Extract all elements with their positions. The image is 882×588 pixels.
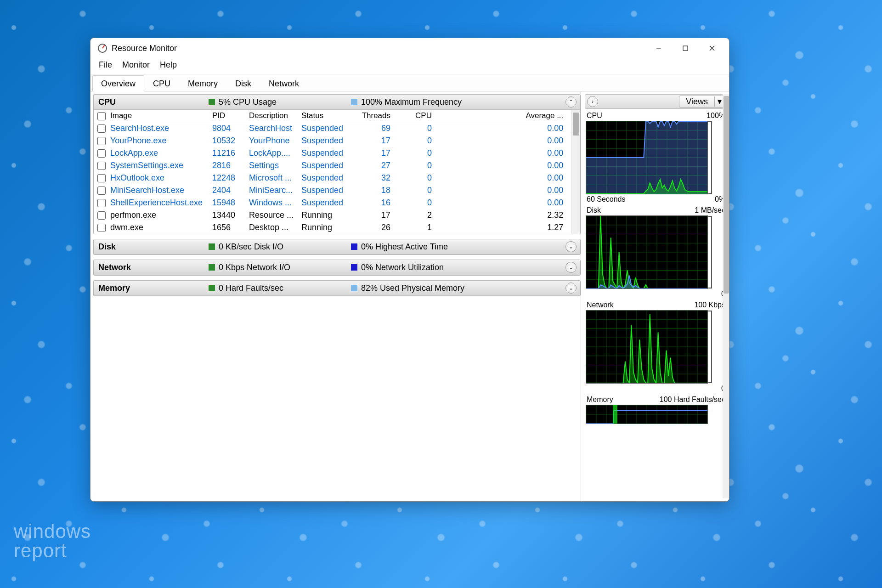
expand-button[interactable]: ⌄	[565, 262, 577, 273]
swatch-icon	[209, 99, 215, 105]
chart-canvas	[586, 405, 708, 424]
menu-help[interactable]: Help	[160, 60, 177, 70]
network-util-label: 0% Network Utilization	[361, 263, 444, 272]
left-pane: CPU 5% CPU Usage 100% Maximum Frequency …	[90, 91, 581, 501]
chart-title: Memory	[587, 396, 613, 404]
row-checkbox[interactable]	[97, 174, 106, 182]
section-cpu-header[interactable]: CPU 5% CPU Usage 100% Maximum Frequency …	[94, 95, 580, 110]
row-checkbox[interactable]	[97, 162, 106, 170]
menubar: File Monitor Help	[90, 58, 729, 74]
right-pane-scrollbar[interactable]	[723, 94, 729, 498]
memory-used-label: 82% Used Physical Memory	[361, 283, 464, 293]
col-threads[interactable]: Threads	[348, 110, 399, 122]
cell-threads: 27	[348, 159, 399, 172]
table-row[interactable]: dwm.exe1656Desktop ...Running2611.27	[94, 221, 571, 234]
table-row[interactable]: perfmon.exe13440Resource ...Running1722.…	[94, 209, 571, 221]
select-all-checkbox[interactable]	[97, 112, 106, 120]
cell-cpu: 0	[399, 122, 440, 135]
cell-description: YourPhone	[245, 135, 298, 147]
table-header-row[interactable]: Image PID Description Status Threads CPU…	[94, 110, 571, 122]
expand-button[interactable]: ⌄	[565, 283, 577, 294]
cell-pid: 11216	[209, 147, 245, 159]
table-row[interactable]: SystemSettings.exe2816SettingsSuspended2…	[94, 159, 571, 172]
right-toolbar: › Views ▾	[585, 94, 727, 109]
cell-pid: 9804	[209, 122, 245, 135]
col-status[interactable]: Status	[298, 110, 348, 122]
memory-faults-label: 0 Hard Faults/sec	[219, 283, 283, 293]
row-checkbox[interactable]	[97, 149, 106, 158]
tab-network[interactable]: Network	[260, 75, 308, 91]
chart-title: CPU	[587, 112, 602, 120]
menu-monitor[interactable]: Monitor	[122, 60, 150, 70]
table-row[interactable]: MiniSearchHost.exe2404MiniSearc...Suspen…	[94, 184, 571, 197]
collapse-button[interactable]: ⌃	[565, 96, 577, 107]
chart-x-label: 60 Seconds	[587, 195, 626, 204]
cell-cpu: 2	[399, 209, 440, 221]
chart-title: Disk	[587, 206, 601, 215]
table-row[interactable]: YourPhone.exe10532YourPhoneSuspended1700…	[94, 135, 571, 147]
swatch-icon	[351, 285, 357, 291]
tab-cpu[interactable]: CPU	[144, 75, 179, 91]
cell-status: Suspended	[298, 159, 348, 172]
chart-y-max: 100 Kbps	[694, 301, 725, 309]
titlebar[interactable]: Resource Monitor	[90, 38, 729, 58]
cell-status: Running	[298, 221, 348, 234]
col-image[interactable]: Image	[107, 110, 209, 122]
cell-average: 0.00	[440, 159, 571, 172]
tab-disk[interactable]: Disk	[226, 75, 260, 91]
tab-memory[interactable]: Memory	[179, 75, 226, 91]
scrollbar-thumb[interactable]	[724, 96, 729, 294]
minimize-button[interactable]	[645, 39, 672, 57]
cell-description: SearchHost	[245, 122, 298, 135]
swatch-icon	[209, 264, 215, 271]
cell-status: Suspended	[298, 122, 348, 135]
menu-file[interactable]: File	[99, 60, 112, 70]
cell-description: Desktop ...	[245, 221, 298, 234]
col-description[interactable]: Description	[245, 110, 298, 122]
window-title: Resource Monitor	[112, 44, 177, 53]
tab-strip: Overview CPU Memory Disk Network	[90, 74, 729, 91]
row-checkbox[interactable]	[97, 187, 106, 195]
col-average[interactable]: Average ...	[440, 110, 571, 122]
chart-y-max: 100 Hard Faults/sec	[660, 396, 725, 404]
cell-cpu: 1	[399, 221, 440, 234]
close-button[interactable]	[699, 39, 725, 57]
cell-pid: 2404	[209, 184, 245, 197]
network-io-label: 0 Kbps Network I/O	[219, 263, 290, 272]
cell-cpu: 0	[399, 135, 440, 147]
col-cpu[interactable]: CPU	[399, 110, 440, 122]
scrollbar-thumb[interactable]	[573, 113, 579, 136]
cell-threads: 17	[348, 147, 399, 159]
expand-button[interactable]: ⌄	[565, 241, 577, 252]
row-checkbox[interactable]	[97, 199, 106, 207]
chevron-up-icon: ⌃	[569, 99, 573, 105]
tab-overview[interactable]: Overview	[92, 75, 144, 91]
cell-status: Suspended	[298, 197, 348, 209]
row-checkbox[interactable]	[97, 211, 106, 220]
swatch-icon	[351, 243, 357, 250]
chart-cpu: CPU100% 60 Seconds0%	[585, 112, 727, 204]
table-row[interactable]: HxOutlook.exe12248Microsoft ...Suspended…	[94, 172, 571, 184]
row-checkbox[interactable]	[97, 137, 106, 145]
chart-title: Network	[587, 301, 614, 309]
swatch-icon	[209, 285, 215, 291]
row-checkbox[interactable]	[97, 124, 106, 133]
table-row[interactable]: ShellExperienceHost.exe15948Windows ...S…	[94, 197, 571, 209]
section-disk-header[interactable]: Disk 0 KB/sec Disk I/O 0% Highest Active…	[94, 239, 580, 254]
views-button[interactable]: Views ▾	[679, 96, 725, 107]
app-icon	[98, 44, 107, 53]
col-pid[interactable]: PID	[209, 110, 245, 122]
table-row[interactable]: SearchHost.exe9804SearchHostSuspended690…	[94, 122, 571, 135]
section-memory-header[interactable]: Memory 0 Hard Faults/sec 82% Used Physic…	[94, 281, 580, 296]
cell-threads: 69	[348, 122, 399, 135]
disk-active-label: 0% Highest Active Time	[361, 242, 448, 252]
cell-description: Resource ...	[245, 209, 298, 221]
table-scrollbar[interactable]	[571, 110, 580, 234]
table-row[interactable]: LockApp.exe11216LockApp....Suspended1700…	[94, 147, 571, 159]
chart-memory: Memory100 Hard Faults/sec	[585, 396, 727, 424]
cell-threads: 16	[348, 197, 399, 209]
section-network-header[interactable]: Network 0 Kbps Network I/O 0% Network Ut…	[94, 260, 580, 275]
row-checkbox[interactable]	[97, 224, 106, 232]
detach-button[interactable]: ›	[587, 96, 598, 107]
maximize-button[interactable]	[672, 39, 699, 57]
